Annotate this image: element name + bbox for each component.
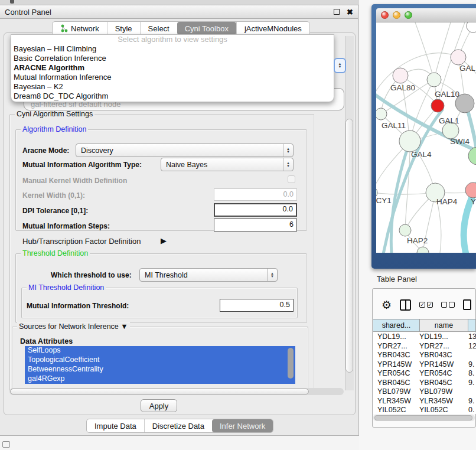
network-node[interactable]: [399, 131, 420, 152]
tab-discretize-data[interactable]: Discretize Data: [144, 419, 212, 432]
tab-label: Infer Network: [220, 422, 265, 431]
network-edge[interactable]: [415, 22, 434, 80]
zoom-traffic-light[interactable]: [405, 11, 412, 19]
hub-definition-label[interactable]: Hub/Transcription Factor Definition: [22, 237, 141, 246]
network-node[interactable]: [431, 99, 444, 112]
tab-jactivemnodules[interactable]: jActiveMNodules: [236, 22, 309, 35]
which-threshold-combo[interactable]: MI Threshold ▲▼: [139, 268, 278, 282]
column-header-name[interactable]: name: [420, 319, 468, 331]
network-node[interactable]: [468, 147, 476, 165]
network-node[interactable]: [451, 50, 466, 65]
aracne-mode-combo[interactable]: Discovery ▲▼: [76, 144, 294, 157]
data-attributes-list[interactable]: SelfLoopsTopologicalCoefficientBetweenne…: [25, 346, 295, 384]
table-horizontal-scrollbar-thumb[interactable]: [374, 415, 472, 420]
table-row[interactable]: YPR145WYPR145W9.: [373, 360, 476, 370]
tab-label: Impute Data: [94, 422, 136, 431]
table-cell: 13: [468, 332, 476, 342]
dpi-tolerance-field[interactable]: 0.0: [214, 203, 297, 217]
kernel-width-field[interactable]: 0.0: [214, 188, 297, 201]
algorithm-option[interactable]: Bayesian – Hill Climbing: [11, 44, 334, 54]
expand-right-icon[interactable]: ▶: [161, 236, 167, 245]
algorithm-option[interactable]: Mutual Information Inference: [11, 73, 334, 82]
attribute-item[interactable]: BetweennessCentrality: [25, 365, 295, 374]
collapsed-panel-icon[interactable]: [2, 441, 10, 448]
gear-icon[interactable]: ⚙: [382, 299, 392, 311]
network-node[interactable]: [465, 182, 476, 198]
table-row[interactable]: YBR045CYBR045C9.: [373, 379, 476, 388]
network-node[interactable]: [399, 224, 411, 236]
minimize-traffic-light[interactable]: [393, 11, 400, 19]
mi-threshold-label: Mutual Information Threshold:: [27, 302, 129, 310]
tab-label: jActiveMNodules: [244, 24, 302, 33]
close-traffic-light[interactable]: [381, 11, 389, 19]
table-cell: YLR345W: [373, 397, 419, 406]
table-row[interactable]: YBL079WYBL079W: [373, 387, 476, 397]
table-cell: 0.: [468, 406, 476, 414]
mi-steps-field[interactable]: 6: [214, 219, 297, 231]
network-node[interactable]: [427, 73, 441, 87]
node-label-hap4: HAP4: [436, 197, 458, 206]
network-node[interactable]: [467, 22, 476, 32]
attributes-scrollbar-thumb[interactable]: [288, 348, 294, 379]
close-icon[interactable]: ✖: [347, 8, 353, 16]
tab-network[interactable]: Network: [53, 22, 107, 35]
table-cell: YBR045C: [419, 379, 468, 388]
network-node[interactable]: [393, 68, 408, 83]
table-row[interactable]: YDR27...YDR27...12: [373, 342, 476, 351]
table-cell: 9.: [468, 379, 476, 388]
dpi-tolerance-label: DPI Tolerance [0,1]:: [22, 207, 88, 215]
combo-stepper-icon: ▲▼: [283, 158, 293, 171]
tab-style[interactable]: Style: [107, 22, 140, 35]
bottom-tab-bar: Impute DataDiscretize DataInfer Network: [86, 419, 273, 433]
algorithm-combo-stepper[interactable]: ▲▼: [334, 58, 346, 73]
table-cell: YDL19...: [373, 332, 419, 342]
mi-threshold-field[interactable]: 0.5: [220, 299, 294, 312]
mi-threshold-legend: MI Threshold Definition: [27, 283, 106, 292]
apply-button[interactable]: Apply: [141, 399, 177, 412]
document-icon[interactable]: [463, 299, 471, 310]
panel-vertical-scrollbar-thumb[interactable]: [345, 119, 353, 373]
columns-icon[interactable]: [400, 299, 411, 311]
tab-impute-data[interactable]: Impute Data: [87, 419, 144, 432]
node-label-gal: GAL: [459, 64, 476, 73]
manual-kernel-checkbox[interactable]: [288, 175, 295, 183]
network-view-canvas[interactable]: GALGAL80GAL10GAL1GAL11SWI4GAL4GCY1HAP4YH…: [376, 22, 476, 253]
float-window-icon[interactable]: [334, 9, 340, 15]
table-cell: YBL079W: [419, 387, 468, 397]
threshold-definition-legend: Threshold Definition: [21, 249, 90, 257]
attribute-item[interactable]: gal4RGexp: [25, 374, 295, 384]
node-label-gcy1: GCY1: [376, 196, 392, 205]
table-row[interactable]: YBR043CYBR043C: [373, 351, 476, 360]
select-all-icon[interactable]: ✓✓: [419, 302, 433, 308]
attribute-item[interactable]: SelfLoops: [25, 346, 295, 356]
node-label-gal1: GAL1: [439, 116, 459, 125]
network-edge[interactable]: [434, 22, 451, 80]
column-header-shared-[interactable]: shared...: [373, 319, 420, 331]
table-row[interactable]: YDL19...YDL19...13: [373, 332, 476, 342]
table-cell: YER054C: [419, 369, 468, 379]
control-panel-window: Control Panel ✖ gal-filtered sif default…: [0, 5, 359, 436]
algorithm-option[interactable]: Dream8 DC_TDC Algorithm: [11, 92, 334, 101]
tab-cyni-toolbox[interactable]: Cyni Toolbox: [177, 22, 236, 35]
deselect-all-icon[interactable]: [441, 302, 455, 308]
tab-infer-network[interactable]: Infer Network: [212, 419, 273, 432]
attribute-item[interactable]: TopologicalCoefficient: [25, 356, 295, 365]
network-node[interactable]: [376, 108, 387, 120]
table-cell: 9.: [468, 397, 476, 406]
data-attributes-label: Data Attributes: [20, 337, 73, 345]
table-row[interactable]: YER054CYER054C8.: [373, 369, 476, 379]
column-header-extra[interactable]: [468, 319, 476, 331]
table-row[interactable]: YLR345WYLR345W9.: [373, 397, 476, 406]
combo-stepper-icon: ▲▼: [267, 269, 277, 281]
tab-select[interactable]: Select: [140, 22, 177, 35]
panel-horizontal-scrollbar-thumb[interactable]: [10, 389, 309, 394]
mi-type-combo[interactable]: Naive Bayes ▲▼: [161, 158, 294, 171]
table-row[interactable]: YIL052CYIL052C0.: [373, 406, 476, 414]
algorithm-option[interactable]: Bayesian – K2: [11, 82, 334, 92]
control-panel-titlebar: Control Panel ✖: [0, 5, 358, 19]
network-window-titlebar[interactable]: [376, 8, 476, 22]
node-label-hap2: HAP2: [407, 236, 428, 245]
sources-legend[interactable]: Sources for Network Inference ▼: [17, 322, 130, 331]
algorithm-option[interactable]: Basic Correlation Inference: [11, 54, 334, 63]
algorithm-option[interactable]: ARACNE Algorithm: [11, 63, 334, 73]
